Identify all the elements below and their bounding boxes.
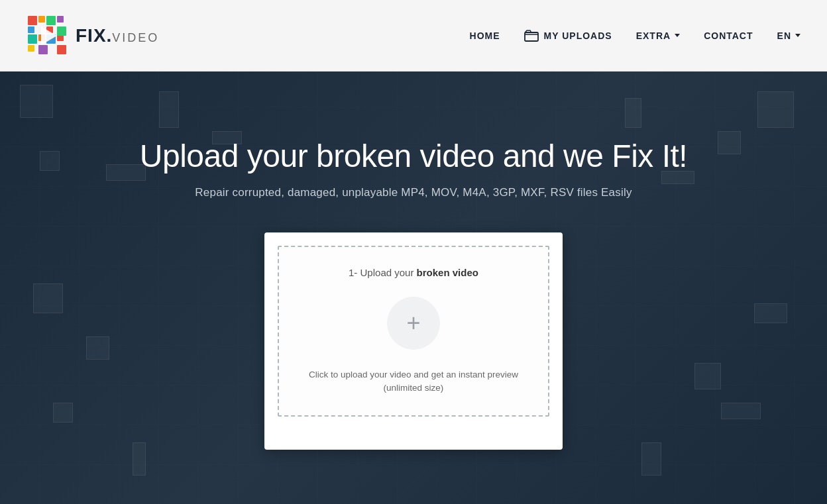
svg-rect-10 [28,45,34,52]
language-chevron-icon [795,34,800,37]
extra-chevron-icon [675,34,680,37]
upload-folder-icon [524,30,539,42]
hero-title: Upload your broken video and we Fix It! [140,138,687,174]
upload-plus-button[interactable]: + [387,297,440,350]
logo[interactable]: FIX.VIDEO [27,15,159,57]
svg-rect-0 [28,16,37,25]
hero-content: Upload your broken video and we Fix It! … [0,72,827,450]
svg-rect-13 [57,45,66,54]
nav-language[interactable]: EN [777,30,800,41]
logo-icon [27,15,69,57]
svg-rect-1 [38,16,45,23]
upload-card: 1- Upload your broken video + Click to u… [264,232,563,450]
svg-rect-6 [28,34,37,44]
nav-extra[interactable]: EXTRA [636,30,680,41]
plus-icon: + [406,311,420,335]
upload-label: 1- Upload your broken video [349,267,478,278]
svg-rect-4 [57,16,64,23]
hero-subtitle: Repair corrupted, damaged, unplayable MP… [195,186,632,199]
nav-my-uploads[interactable]: MY UPLOADS [524,30,612,42]
svg-rect-12 [57,26,66,36]
svg-rect-15 [525,32,538,41]
hero-section: Upload your broken video and we Fix It! … [0,72,827,504]
logo-fix: FIX. [76,25,112,46]
nav-home[interactable]: HOME [470,30,500,41]
header: FIX.VIDEO HOME MY UPLOADS EXTRA CONTACT … [0,0,827,72]
logo-video: VIDEO [112,31,159,44]
svg-rect-11 [38,45,48,54]
svg-rect-3 [46,16,56,25]
logo-wordmark: FIX.VIDEO [76,25,159,46]
nav-contact[interactable]: CONTACT [704,30,753,41]
main-nav: HOME MY UPLOADS EXTRA CONTACT EN [470,30,800,42]
upload-zone[interactable]: 1- Upload your broken video + Click to u… [278,246,549,417]
upload-hint: Click to upload your video and get an in… [309,368,518,395]
svg-rect-2 [28,26,34,33]
